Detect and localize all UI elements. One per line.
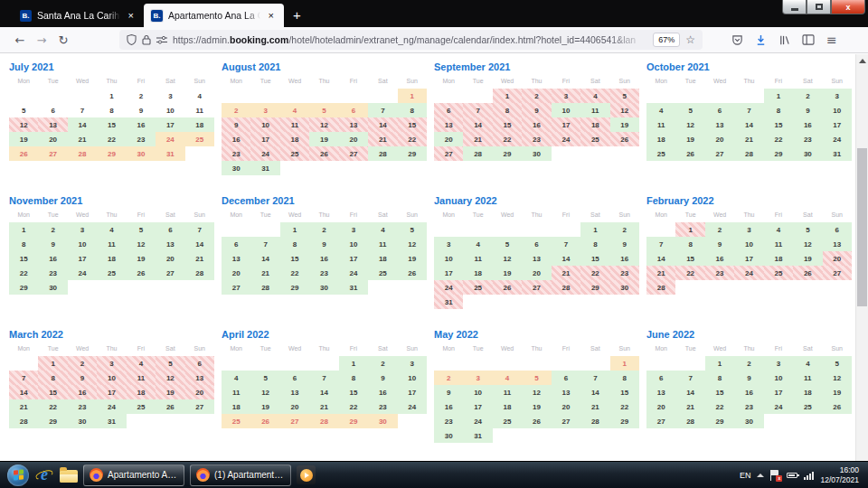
day-cell[interactable]: 9 [38,237,67,251]
day-cell[interactable]: 23 [734,399,763,414]
day-cell[interactable]: 3 [463,371,492,385]
day-cell[interactable]: 22 [97,132,126,146]
day-cell[interactable]: 17 [552,117,580,132]
day-cell[interactable]: 20 [156,251,184,266]
day-cell[interactable]: 26 [398,266,427,280]
day-cell[interactable]: 20 [522,266,551,280]
day-cell[interactable]: 6 [522,237,551,251]
day-cell[interactable]: 14 [309,385,338,399]
day-cell[interactable]: 24 [68,266,97,280]
day-cell[interactable]: 17 [68,251,97,266]
day-cell[interactable]: 21 [185,251,214,266]
day-cell[interactable]: 9 [222,117,250,132]
day-cell[interactable]: 15 [339,385,368,399]
day-cell[interactable]: 7 [68,103,97,117]
day-cell[interactable]: 7 [646,237,675,251]
day-cell[interactable]: 24 [250,146,279,161]
day-cell[interactable]: 15 [38,385,67,399]
day-cell[interactable]: 1 [398,89,427,103]
day-cell[interactable]: 13 [38,117,67,132]
day-cell[interactable]: 23 [793,132,822,146]
pocket-icon[interactable] [731,34,743,46]
bookmark-star-icon[interactable]: ☆ [685,33,695,46]
day-cell[interactable]: 16 [309,251,338,266]
day-cell[interactable]: 31 [339,280,368,295]
day-cell[interactable]: 14 [9,385,38,399]
day-cell[interactable]: 28 [250,280,279,295]
day-cell[interactable]: 22 [705,399,734,414]
day-cell[interactable]: 6 [705,103,734,117]
day-cell[interactable]: 12 [493,251,522,266]
day-cell[interactable]: 16 [368,385,397,399]
day-cell[interactable]: 18 [764,251,793,266]
tracking-shield-icon[interactable] [127,34,137,45]
day-cell[interactable]: 20 [434,132,463,146]
day-cell[interactable]: 12 [156,371,184,385]
day-cell[interactable]: 19 [127,251,156,266]
day-cell[interactable]: 8 [675,237,704,251]
day-cell[interactable]: 2 [127,89,156,103]
day-cell[interactable]: 17 [434,266,463,280]
scrollbar-up-arrow-icon[interactable] [859,59,866,63]
day-cell[interactable]: 13 [823,237,852,251]
day-cell[interactable]: 20 [646,399,675,414]
day-cell[interactable]: 27 [38,146,67,161]
day-cell[interactable]: 28 [552,280,580,295]
day-cell[interactable]: 15 [97,117,126,132]
day-cell[interactable]: 14 [552,251,580,266]
day-cell[interactable]: 26 [250,414,279,428]
day-cell[interactable]: 30 [610,280,639,295]
day-cell[interactable]: 4 [764,222,793,237]
taskbar-window-button[interactable]: Apartamento Ana... [83,465,184,486]
day-cell[interactable]: 16 [793,117,822,132]
day-cell[interactable]: 10 [398,371,427,385]
day-cell[interactable]: 1 [9,222,38,237]
day-cell[interactable]: 11 [764,237,793,251]
day-cell[interactable]: 25 [127,399,156,414]
battery-icon[interactable] [787,473,797,478]
day-cell[interactable]: 19 [250,399,279,414]
day-cell[interactable]: 6 [38,103,67,117]
day-cell[interactable]: 28 [68,146,97,161]
day-cell[interactable]: 21 [734,132,763,146]
day-cell[interactable]: 8 [9,237,38,251]
day-cell[interactable]: 30 [368,414,397,428]
day-cell[interactable]: 17 [398,385,427,399]
day-cell[interactable]: 26 [156,399,184,414]
day-cell[interactable]: 7 [580,371,609,385]
day-cell[interactable]: 20 [552,399,580,414]
day-cell[interactable]: 7 [552,237,580,251]
day-cell[interactable]: 4 [185,89,214,103]
day-cell[interactable]: 23 [368,399,397,414]
day-cell[interactable]: 13 [185,371,214,385]
day-cell[interactable]: 27 [522,280,551,295]
day-cell[interactable]: 17 [463,399,492,414]
day-cell[interactable]: 3 [434,237,463,251]
day-cell[interactable]: 27 [280,414,309,428]
day-cell[interactable]: 16 [68,385,97,399]
day-cell[interactable]: 26 [9,146,38,161]
day-cell[interactable]: 12 [9,117,38,132]
day-cell[interactable]: 22 [339,399,368,414]
day-cell[interactable]: 9 [705,237,734,251]
day-cell[interactable]: 13 [339,117,368,132]
day-cell[interactable]: 5 [127,222,156,237]
day-cell[interactable]: 15 [398,117,427,132]
url-bar[interactable]: https://admin.booking.com/hotel/hoteladm… [119,30,703,50]
day-cell[interactable]: 20 [185,385,214,399]
day-cell[interactable]: 30 [309,280,338,295]
day-cell[interactable]: 1 [764,89,793,103]
day-cell[interactable]: 26 [127,266,156,280]
day-cell[interactable]: 11 [368,237,397,251]
day-cell[interactable]: 29 [764,146,793,161]
day-cell[interactable]: 25 [97,266,126,280]
day-cell[interactable]: 25 [764,266,793,280]
back-icon[interactable]: ← [9,33,31,47]
day-cell[interactable]: 8 [339,371,368,385]
day-cell[interactable]: 17 [97,385,126,399]
vertical-scrollbar[interactable] [855,54,868,461]
day-cell[interactable]: 28 [309,414,338,428]
day-cell[interactable]: 12 [793,237,822,251]
day-cell[interactable]: 12 [398,237,427,251]
day-cell[interactable]: 9 [68,371,97,385]
